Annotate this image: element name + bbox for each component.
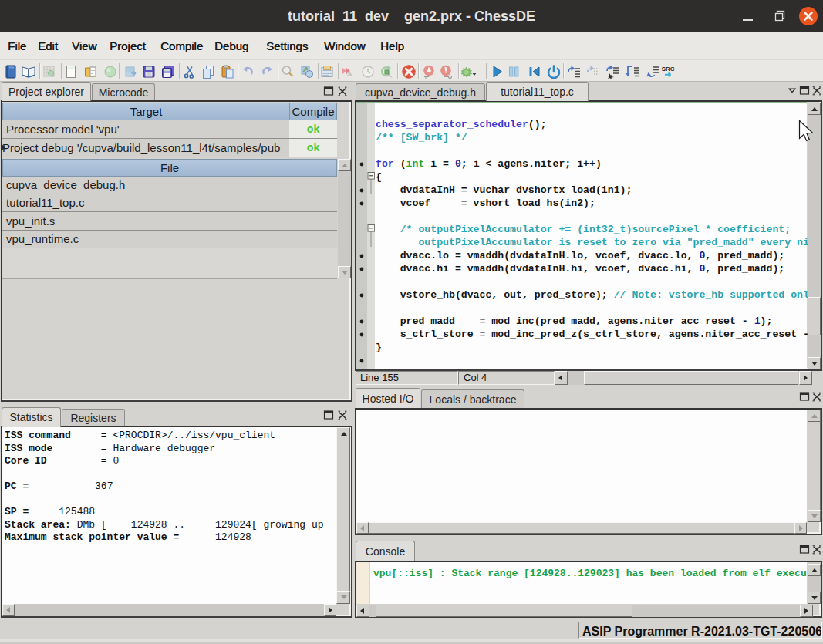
svg-text:SRC: SRC [662,66,675,72]
